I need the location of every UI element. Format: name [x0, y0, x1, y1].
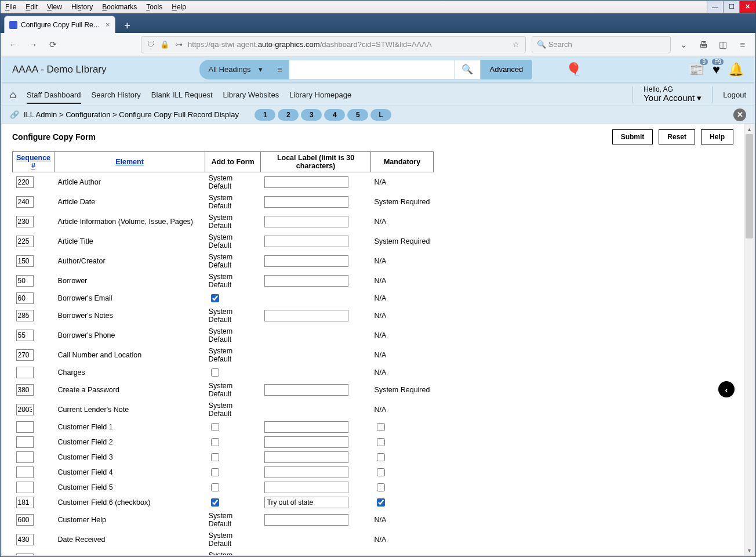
menu-edit[interactable]: Edit [21, 2, 42, 12]
vertical-scrollbar[interactable]: ▴ ▾ [744, 124, 754, 555]
browser-tab[interactable]: Configure Copy Full Record Dis × [4, 16, 115, 33]
add-to-form-checkbox[interactable] [211, 294, 219, 302]
account-menu[interactable]: Hello, AG Your Account ▾ [644, 86, 702, 103]
local-label-input[interactable] [264, 275, 348, 287]
sequence-input[interactable] [16, 176, 34, 188]
menu-help[interactable]: Help [167, 2, 191, 12]
menu-bookmarks[interactable]: Bookmarks [97, 2, 141, 12]
logout-link[interactable]: Logout [723, 91, 746, 99]
help-button[interactable]: Help [701, 129, 733, 144]
pager-2[interactable]: 2 [278, 109, 299, 121]
menu-file[interactable]: File [1, 2, 21, 12]
add-to-form-checkbox[interactable] [211, 368, 219, 377]
address-bar[interactable]: 🛡 🔒 ⊶ https://qa-stwi-agent.auto-graphic… [141, 36, 526, 53]
submit-button[interactable]: Submit [612, 129, 653, 144]
sequence-input[interactable] [16, 255, 34, 267]
add-to-form-checkbox[interactable] [211, 498, 219, 507]
sequence-input[interactable] [16, 384, 34, 396]
header-sequence[interactable]: Sequence # [16, 154, 50, 170]
home-icon[interactable]: ⌂ [10, 89, 16, 101]
local-label-input[interactable] [264, 176, 348, 188]
menu-view[interactable]: View [42, 2, 67, 12]
local-label-input[interactable] [264, 196, 348, 208]
local-label-input[interactable] [264, 216, 348, 227]
sequence-input[interactable] [16, 482, 34, 493]
mandatory-checkbox[interactable] [377, 483, 385, 491]
local-label-input[interactable] [264, 236, 348, 247]
extension-icon[interactable]: ◫ [716, 38, 730, 52]
local-label-input[interactable] [264, 482, 348, 493]
local-label-input[interactable] [264, 384, 348, 396]
sequence-input[interactable] [16, 196, 34, 208]
sequence-input[interactable] [16, 330, 34, 341]
sequence-input[interactable] [16, 554, 34, 555]
local-label-input[interactable] [264, 466, 348, 478]
pager-1[interactable]: 1 [255, 109, 275, 121]
star-icon[interactable]: ☆ [511, 40, 521, 49]
mandatory-checkbox[interactable] [377, 468, 385, 476]
pager-3[interactable]: 3 [301, 109, 322, 121]
window-close[interactable]: ✕ [739, 1, 755, 13]
tab-close-icon[interactable]: × [106, 20, 110, 29]
nav-search-history[interactable]: Search History [92, 91, 141, 99]
sequence-input[interactable] [16, 216, 34, 227]
sequence-input[interactable] [16, 466, 34, 478]
new-tab-button[interactable]: + [120, 18, 135, 33]
back-button[interactable]: ← [6, 38, 20, 52]
bell-icon[interactable]: 🔔 [728, 62, 744, 77]
sequence-input[interactable] [16, 421, 34, 433]
catalog-search-button[interactable]: 🔍 [455, 60, 481, 79]
sequence-input[interactable] [16, 310, 34, 321]
nav-library-websites[interactable]: Library Websites [223, 91, 279, 99]
add-to-form-checkbox[interactable] [211, 453, 219, 461]
reload-button[interactable]: ⟳ [46, 38, 60, 52]
reset-button[interactable]: Reset [659, 129, 695, 144]
database-icon[interactable]: ≡ [271, 60, 289, 79]
sequence-input[interactable] [16, 514, 34, 526]
sequence-input[interactable] [16, 367, 34, 378]
nav-staff-dashboard[interactable]: Staff Dashboard [27, 91, 81, 104]
scroll-up-icon[interactable]: ▴ [744, 124, 754, 134]
close-panel-button[interactable]: ✕ [733, 108, 746, 121]
hamburger-icon[interactable]: ≡ [736, 38, 750, 52]
headings-select[interactable]: All Headings [199, 60, 271, 79]
forward-button[interactable]: → [26, 38, 40, 52]
sequence-input[interactable] [16, 349, 34, 361]
local-label-input[interactable] [264, 497, 348, 508]
menu-tools[interactable]: Tools [141, 2, 167, 12]
window-maximize[interactable]: ☐ [723, 1, 739, 13]
sequence-input[interactable] [16, 497, 34, 508]
pager-L[interactable]: L [370, 109, 391, 121]
menu-history[interactable]: History [67, 2, 97, 12]
pocket-icon[interactable]: ⌄ [677, 38, 690, 52]
scroll-down-icon[interactable]: ▾ [744, 545, 754, 555]
mandatory-checkbox[interactable] [377, 453, 385, 461]
local-label-input[interactable] [264, 255, 348, 267]
mandatory-checkbox[interactable] [377, 498, 385, 507]
nav-blank-ill[interactable]: Blank ILL Request [151, 91, 213, 99]
add-to-form-checkbox[interactable] [211, 468, 219, 476]
window-minimize[interactable]: — [707, 1, 723, 13]
favorites-icon[interactable]: ♥F9 [713, 62, 720, 77]
sequence-input[interactable] [16, 404, 34, 415]
add-to-form-checkbox[interactable] [211, 483, 219, 491]
local-label-input[interactable] [264, 436, 348, 448]
sequence-input[interactable] [16, 292, 34, 304]
advanced-button[interactable]: Advanced [481, 60, 533, 79]
mandatory-checkbox[interactable] [377, 438, 385, 446]
add-to-form-checkbox[interactable] [211, 423, 219, 431]
sequence-input[interactable] [16, 451, 34, 463]
mandatory-checkbox[interactable] [377, 423, 385, 431]
nav-library-homepage[interactable]: Library Homepage [289, 91, 351, 99]
local-label-input[interactable] [264, 421, 348, 433]
sequence-input[interactable] [16, 275, 34, 287]
pager-4[interactable]: 4 [324, 109, 345, 121]
sequence-input[interactable] [16, 436, 34, 448]
sequence-input[interactable] [16, 534, 34, 545]
local-label-input[interactable] [264, 514, 348, 526]
sequence-input[interactable] [16, 236, 34, 247]
my-list-icon[interactable]: 📰9 [689, 62, 704, 77]
browser-search[interactable]: 🔍 Search [532, 36, 671, 53]
balloon-icon[interactable]: 🎈 [566, 62, 581, 77]
catalog-search-input[interactable] [289, 60, 455, 79]
